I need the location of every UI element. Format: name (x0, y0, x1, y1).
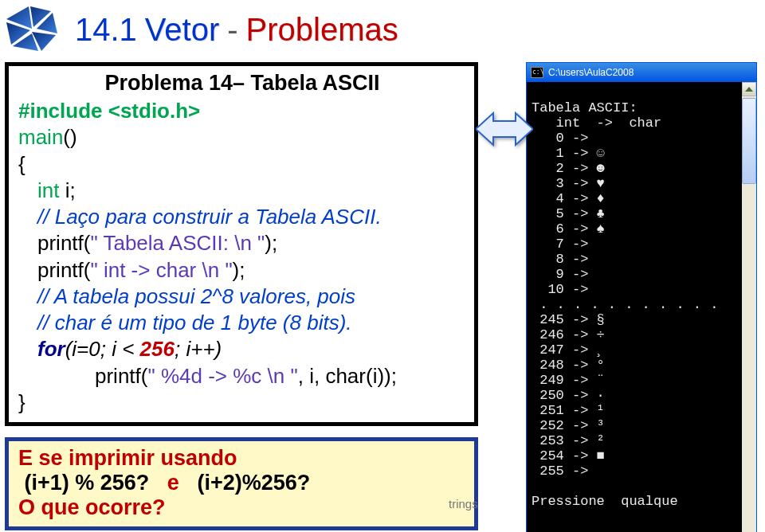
console-line: 2 -> ☻ (532, 161, 605, 176)
code-printf2-str: " int -> char \n " (90, 258, 232, 282)
code-printf3-a: printf( (95, 364, 147, 388)
code-comment-1: // Laço para construir a Tabela ASCII. (37, 205, 382, 229)
scroll-thumb[interactable] (742, 98, 756, 184)
console-line: int -> char (532, 115, 661, 131)
console-press-any-key: Pressione qualque (532, 494, 678, 509)
code-printf1-str: " Tabela ASCII: \n " (90, 231, 265, 255)
q-line1: E se imprimir usando (18, 446, 237, 470)
console-line: 255 -> (532, 464, 588, 479)
code-int-kw: int (37, 178, 59, 202)
code-brace-close: } (18, 390, 26, 414)
console-line: 251 -> ¹ (532, 403, 605, 418)
console-line: 6 -> ♠ (532, 221, 605, 237)
cmd-icon (531, 67, 543, 78)
section-number: 14.1 (75, 12, 137, 48)
globe-logo (5, 5, 59, 54)
slide-header: 14.1 Vetor - Problemas (0, 0, 765, 62)
code-comment-3: // char é um tipo de 1 byte (8 bits). (37, 311, 352, 334)
console-line: Tabela ASCII: (532, 100, 638, 115)
q-line2b: e (167, 471, 179, 495)
bidirectional-arrow-icon (476, 107, 533, 151)
title-word-problemas: Problemas (246, 12, 398, 48)
console-body: Tabela ASCII: int -> char 0 -> 1 -> ☺ 2 … (527, 82, 756, 532)
svg-marker-6 (476, 113, 533, 145)
code-box: Problema 14– Tabela ASCII #include <stdi… (5, 62, 478, 426)
code-main-kw: main (18, 125, 63, 149)
title-dash: - (227, 12, 237, 48)
code-for-num: 256 (140, 337, 175, 361)
problem-title: Problema 14– Tabela ASCII (18, 71, 466, 96)
console-ellipsis: . . . . . . . . . . . (539, 297, 719, 312)
code-printf3-b: , i, char(i)); (298, 364, 397, 388)
code-printf1-a: printf( (37, 231, 90, 255)
console-title-text: C:\users\AulaC2008 (548, 67, 634, 78)
footer-fragment: trings (449, 497, 478, 510)
console-line: 250 -> · (532, 388, 605, 403)
console-line: 246 -> ÷ (532, 327, 605, 342)
code-include: #include <stdio.h> (18, 99, 200, 123)
console-line: 252 -> ³ (532, 418, 605, 433)
console-scrollbar[interactable] (742, 82, 756, 532)
code-printf2-b: ); (233, 258, 245, 282)
code-for-close: ; i++) (175, 337, 222, 361)
code-for-open: (i=0; i < (65, 337, 140, 361)
console-line: 248 -> ° (532, 358, 605, 373)
console-line: 4 -> ♦ (532, 191, 605, 206)
console-line: 9 -> (532, 267, 588, 282)
q-line2c: (i+2)%256? (197, 471, 310, 495)
console-line: 254 -> ■ (532, 448, 605, 464)
code-brace-open: { (18, 152, 26, 176)
scroll-up-button[interactable] (742, 82, 756, 96)
code-comment-2: // A tabela possui 2^8 valores, pois (37, 284, 355, 308)
console-line: 1 -> ☺ (532, 146, 605, 161)
console-line: 249 -> ¨ (532, 373, 605, 388)
console-line: 10 -> (532, 282, 588, 297)
title-word-vetor: Vetor (145, 12, 219, 48)
code-main-paren: () (63, 125, 76, 149)
console-line: 3 -> ♥ (532, 176, 605, 191)
console-line: 253 -> ² (532, 433, 605, 448)
console-titlebar[interactable]: C:\users\AulaC2008 (527, 63, 756, 82)
console-line: 7 -> (532, 237, 588, 252)
code-for-kw: for (37, 337, 65, 361)
question-box: E se imprimir usando (i+1) % 256? e (i+2… (5, 437, 478, 530)
console-line: 8 -> (532, 252, 588, 267)
console-line: 245 -> § (532, 312, 605, 327)
q-line2a: (i+1) % 256? (25, 471, 150, 495)
console-line: 247 -> ¸ (532, 342, 605, 358)
console-window: C:\users\AulaC2008 Tabela ASCII: int -> … (526, 62, 757, 532)
code-int-var: i; (59, 178, 75, 202)
code-printf2-a: printf( (37, 258, 90, 282)
code-printf3-str: " %4d -> %c \n " (147, 364, 297, 388)
code-printf1-b: ); (265, 231, 277, 255)
console-line: 5 -> ♣ (532, 206, 605, 221)
q-line3: O que ocorre? (18, 495, 166, 519)
slide-title: 14.1 Vetor - Problemas (75, 12, 398, 48)
console-line: 0 -> (532, 131, 588, 146)
